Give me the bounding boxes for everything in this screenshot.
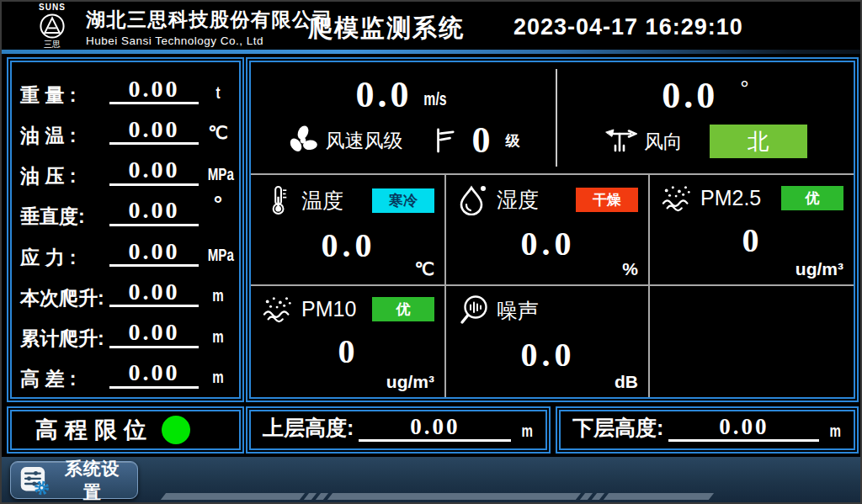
settings-sliders-gear-icon bbox=[19, 465, 49, 496]
sensor-grid: 温度 寒冷 0.0 ℃ 湿度 干燥 bbox=[251, 173, 854, 397]
wind-vane-icon bbox=[604, 128, 637, 155]
droplet-icon bbox=[458, 183, 490, 215]
sensor-label: 温度 bbox=[301, 187, 343, 215]
sensor-unit: dB bbox=[615, 372, 638, 392]
row-value: 0.00 bbox=[109, 77, 199, 104]
row-label: 油 压 : bbox=[20, 165, 109, 187]
dust-icon bbox=[263, 294, 295, 323]
footer-bar: 系统设置 bbox=[2, 457, 860, 504]
row-label: 油 温 : bbox=[20, 125, 109, 146]
wind-direction-label: 风向 bbox=[644, 129, 683, 155]
lower-height-unit: m bbox=[830, 421, 841, 443]
sensor-card-noise: 噪声 0.0 dB bbox=[446, 286, 650, 397]
sensor-label: 湿度 bbox=[497, 186, 539, 214]
row-value: 0.00 bbox=[109, 360, 199, 388]
dust-icon bbox=[662, 183, 694, 212]
wind-speed-readout: 0.0 m/s bbox=[356, 77, 451, 114]
sensor-card-temperature: 温度 寒冷 0.0 ℃ bbox=[251, 175, 446, 286]
upper-height-label: 上层高度: bbox=[263, 414, 354, 443]
temperature-status-badge: 寒冷 bbox=[372, 188, 434, 213]
row-value: 0.00 bbox=[109, 279, 199, 307]
row-label: 应 力 : bbox=[20, 247, 109, 268]
sensor-value: 0.0 bbox=[458, 227, 638, 261]
row-value: 0.00 bbox=[109, 157, 199, 185]
measurement-row-weight: 重 量 : 0.00 t bbox=[20, 69, 232, 106]
wind-scale-value: 0 bbox=[472, 122, 491, 159]
row-label: 高 差 : bbox=[20, 368, 109, 390]
measurement-row-verticality: 垂直度: 0.00 ° bbox=[20, 191, 232, 228]
settings-button-label: 系统设置 bbox=[56, 457, 129, 504]
row-unit: t bbox=[208, 82, 228, 106]
sensor-value: 0.0 bbox=[458, 338, 638, 372]
footer-decorative-stripe bbox=[163, 493, 716, 500]
lower-height-panel: 下层高度: 0.00 m bbox=[559, 410, 855, 450]
elevation-limit-panel: 高程限位 bbox=[10, 410, 241, 450]
wind-scale-unit: 级 bbox=[506, 131, 520, 151]
measurement-panel: 重 量 : 0.00 t 油 温 : 0.00 ℃ 油 压 : 0.00 MPa… bbox=[10, 61, 241, 399]
sensor-value: 0 bbox=[263, 335, 434, 369]
sensor-label: PM2.5 bbox=[700, 186, 761, 210]
wind-flag-icon bbox=[434, 127, 455, 154]
datetime-display: 2023-04-17 16:29:10 bbox=[513, 14, 743, 40]
sensor-card-empty bbox=[650, 286, 854, 397]
sensor-label: PM10 bbox=[301, 297, 356, 321]
row-unit: m bbox=[208, 367, 228, 390]
sensor-card-pm25: PM2.5 优 0 ug/m³ bbox=[650, 175, 854, 286]
logo-suns-text: SUNS bbox=[22, 3, 82, 12]
wind-speed-value: 0.0 bbox=[356, 77, 412, 114]
sensor-unit: ug/m³ bbox=[386, 372, 434, 392]
measurement-row-oil-pressure: 油 压 : 0.00 MPa bbox=[20, 151, 232, 188]
wind-direction-block: 0.0 ° 风向 北 bbox=[557, 62, 854, 173]
row-unit: m bbox=[208, 326, 228, 350]
upper-height-unit: m bbox=[522, 421, 533, 443]
wind-direction-value: 0.0 bbox=[662, 77, 718, 114]
sensor-value: 0.0 bbox=[263, 229, 434, 263]
row-unit: ° bbox=[204, 191, 232, 217]
row-value: 0.00 bbox=[109, 320, 199, 347]
row-value: 0.00 bbox=[109, 117, 199, 145]
measurement-row-stress: 应 力 : 0.00 MPa bbox=[20, 231, 232, 268]
environment-panel: 0.0 m/s 风速风级 bbox=[249, 61, 855, 399]
row-unit: MPa bbox=[208, 245, 228, 268]
row-label: 累计爬升: bbox=[20, 327, 109, 349]
row-unit: m bbox=[208, 285, 228, 309]
row-unit: MPa bbox=[208, 164, 228, 188]
system-settings-button[interactable]: 系统设置 bbox=[10, 461, 138, 499]
noise-meter-icon bbox=[458, 294, 490, 326]
sensor-unit: ug/m³ bbox=[795, 259, 843, 279]
hmi-screen: SUNS 三思 湖北三思科技股份有限公司 Hubei Sansi Technol… bbox=[0, 0, 862, 504]
company-logo: SUNS 三思 bbox=[22, 3, 82, 49]
pm25-status-badge: 优 bbox=[781, 186, 843, 210]
measurement-row-height-diff: 高 差 : 0.00 m bbox=[20, 353, 232, 390]
elevation-limit-label: 高程限位 bbox=[35, 415, 153, 445]
measurement-row-total-climb: 累计爬升: 0.00 m bbox=[20, 313, 232, 350]
sensor-label: 噪声 bbox=[497, 297, 539, 325]
row-value: 0.00 bbox=[109, 198, 199, 225]
row-unit: ℃ bbox=[204, 123, 232, 146]
sensor-card-pm10: PM10 优 0 ug/m³ bbox=[251, 286, 446, 397]
sansi-logo-icon bbox=[39, 13, 66, 40]
wind-section: 0.0 m/s 风速风级 bbox=[251, 62, 854, 173]
pm10-status-badge: 优 bbox=[372, 297, 434, 321]
upper-height-value: 0.00 bbox=[359, 415, 511, 442]
measurement-row-oil-temp: 油 温 : 0.00 ℃ bbox=[20, 109, 232, 146]
lower-height-label: 下层高度: bbox=[572, 414, 663, 443]
wind-direction-button: 北 bbox=[710, 125, 807, 158]
wind-scale-readout: 风速风级 0 级 bbox=[287, 122, 520, 159]
fan-icon bbox=[287, 125, 319, 157]
row-value: 0.00 bbox=[109, 239, 199, 267]
thermometer-icon bbox=[263, 183, 295, 217]
wind-direction-row: 风向 北 bbox=[604, 125, 807, 158]
header-divider bbox=[2, 50, 860, 54]
row-label: 垂直度: bbox=[20, 205, 109, 227]
logo-sansi-text: 三思 bbox=[22, 40, 82, 49]
lower-height-value: 0.00 bbox=[668, 415, 819, 442]
wind-direction-unit: ° bbox=[740, 77, 748, 99]
wind-direction-readout: 0.0 ° bbox=[662, 77, 748, 114]
sensor-card-humidity: 湿度 干燥 0.0 % bbox=[446, 175, 650, 286]
wind-scale-label: 风速风级 bbox=[326, 128, 403, 154]
wind-speed-block: 0.0 m/s 风速风级 bbox=[251, 62, 556, 173]
humidity-status-badge: 干燥 bbox=[576, 188, 638, 212]
sensor-unit: ℃ bbox=[414, 259, 434, 279]
sensor-unit: % bbox=[622, 259, 638, 279]
